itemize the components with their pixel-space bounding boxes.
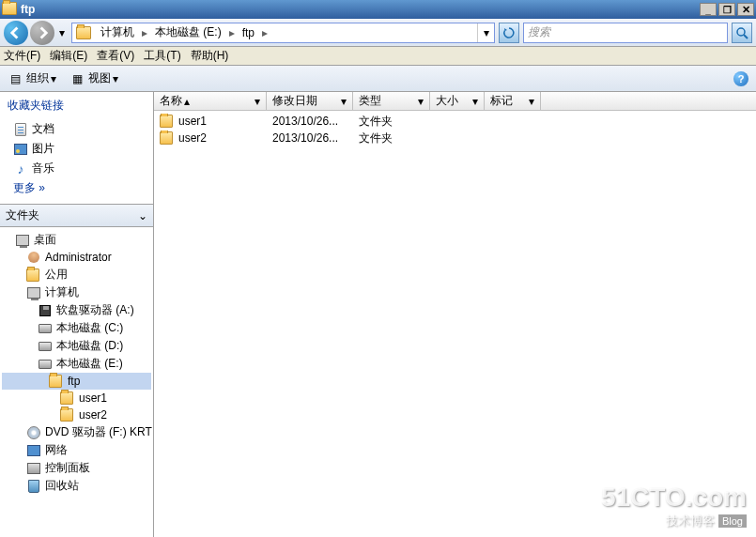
forward-button[interactable] <box>30 21 54 45</box>
tree-item[interactable]: ftp <box>2 373 151 390</box>
favorites-more[interactable]: 更多 » <box>8 178 146 198</box>
views-icon: ▦ <box>69 71 85 86</box>
tree-item[interactable]: 本地磁盘 (C:) <box>2 319 151 337</box>
tree-item[interactable]: Administrator <box>2 249 151 266</box>
folders-header[interactable]: 文件夹 ⌄ <box>0 204 153 227</box>
favorite-item[interactable]: 图片 <box>8 139 146 159</box>
sort-asc-icon: ▴ <box>184 95 190 108</box>
folder-tree: 桌面Administrator公用计算机软盘驱动器 (A:)本地磁盘 (C:)本… <box>0 227 153 537</box>
column-name[interactable]: 名称▴▾ <box>154 92 267 110</box>
breadcrumb-segment[interactable]: 计算机 <box>97 23 138 42</box>
breadcrumb-segment[interactable]: 本地磁盘 (E:) <box>151 23 225 42</box>
file-type: 文件夹 <box>353 114 430 130</box>
organize-icon: ▤ <box>8 71 23 86</box>
nav-history-dropdown[interactable]: ▾ <box>56 23 68 43</box>
maximize-button[interactable]: ❐ <box>718 3 735 16</box>
menu-tools[interactable]: 工具(T) <box>144 48 180 64</box>
tree-item[interactable]: 公用 <box>2 266 151 284</box>
control-panel-icon <box>26 461 41 476</box>
document-icon <box>13 122 28 137</box>
main-area: 收藏夹链接 文档图片♪音乐 更多 » 文件夹 ⌄ 桌面Administrator… <box>0 92 756 537</box>
menu-bar: 文件(F) 编辑(E) 查看(V) 工具(T) 帮助(H) <box>0 47 756 66</box>
refresh-button[interactable] <box>499 23 519 43</box>
chevron-down-icon[interactable]: ▾ <box>529 95 534 108</box>
favorite-label: 图片 <box>32 141 54 157</box>
title-bar: ftp _ ❐ ✕ <box>0 0 756 19</box>
chevron-down-icon[interactable]: ▾ <box>255 95 260 108</box>
file-row[interactable]: user12013/10/26...文件夹 <box>154 113 756 130</box>
app-icon <box>2 2 17 17</box>
tree-item[interactable]: 本地磁盘 (D:) <box>2 337 151 355</box>
menu-view[interactable]: 查看(V) <box>97 48 134 64</box>
column-size[interactable]: 大小▾ <box>430 92 485 110</box>
tree-label: 计算机 <box>45 284 79 300</box>
favorites-section: 收藏夹链接 文档图片♪音乐 更多 » <box>0 92 153 204</box>
computer-icon <box>26 285 41 300</box>
tree-item[interactable]: 回收站 <box>2 477 151 495</box>
tree-item[interactable]: 软盘驱动器 (A:) <box>2 301 151 319</box>
tree-label: 本地磁盘 (D:) <box>56 338 123 354</box>
drive-icon <box>38 357 53 372</box>
file-date: 2013/10/26... <box>267 131 353 145</box>
address-dropdown[interactable]: ▾ <box>477 23 494 42</box>
folder-icon <box>60 391 75 406</box>
chevron-down-icon[interactable]: ▾ <box>418 95 424 108</box>
column-tag[interactable]: 标记▾ <box>485 92 541 110</box>
menu-edit[interactable]: 编辑(E) <box>50 48 87 64</box>
back-button[interactable] <box>4 21 28 45</box>
file-type: 文件夹 <box>353 130 430 146</box>
tree-label: 软盘驱动器 (A:) <box>56 302 134 318</box>
column-headers: 名称▴▾ 修改日期▾ 类型▾ 大小▾ 标记▾ <box>154 92 756 111</box>
breadcrumb-sep[interactable]: ▸ <box>138 23 151 42</box>
address-bar[interactable]: 计算机 ▸ 本地磁盘 (E:) ▸ ftp ▸ ▾ <box>71 23 495 43</box>
menu-help[interactable]: 帮助(H) <box>191 48 229 64</box>
tree-label: 回收站 <box>45 478 79 494</box>
tree-item[interactable]: 控制面板 <box>2 459 151 477</box>
user-icon <box>26 250 41 265</box>
tree-label: 公用 <box>45 267 68 283</box>
tree-item[interactable]: 桌面 <box>2 231 151 249</box>
network-icon <box>26 443 41 458</box>
search-placeholder: 搜索 <box>528 24 550 40</box>
drive-icon <box>38 339 53 354</box>
breadcrumb-sep[interactable]: ▸ <box>225 23 239 42</box>
file-name: user1 <box>178 115 207 128</box>
favorite-label: 文档 <box>32 121 54 137</box>
folder-icon <box>160 130 175 146</box>
favorite-item[interactable]: 文档 <box>8 119 146 139</box>
favorites-header: 收藏夹链接 <box>8 98 146 114</box>
tree-item[interactable]: user1 <box>2 390 151 407</box>
tree-item[interactable]: user2 <box>2 407 151 423</box>
recycle-bin-icon <box>26 479 41 494</box>
search-button[interactable] <box>732 23 752 43</box>
chevron-down-icon[interactable]: ▾ <box>341 95 347 108</box>
tree-label: 网络 <box>45 442 68 458</box>
nav-bar: ▾ 计算机 ▸ 本地磁盘 (E:) ▸ ftp ▸ ▾ 搜索 <box>0 19 756 47</box>
left-panel: 收藏夹链接 文档图片♪音乐 更多 » 文件夹 ⌄ 桌面Administrator… <box>0 92 154 537</box>
tree-label: DVD 驱动器 (F:) KRT <box>45 424 152 440</box>
minimize-button[interactable]: _ <box>700 3 717 16</box>
organize-button[interactable]: ▤ 组织 ▾ <box>8 70 56 86</box>
folder-icon <box>160 114 175 129</box>
chevron-down-icon[interactable]: ▾ <box>472 95 478 108</box>
views-button[interactable]: ▦ 视图 ▾ <box>69 70 118 86</box>
folder-icon <box>49 374 64 389</box>
file-row[interactable]: user22013/10/26...文件夹 <box>154 130 756 146</box>
close-button[interactable]: ✕ <box>737 3 754 16</box>
menu-file[interactable]: 文件(F) <box>4 48 40 64</box>
favorite-item[interactable]: ♪音乐 <box>8 159 146 178</box>
column-type[interactable]: 类型▾ <box>353 92 430 110</box>
tree-item[interactable]: DVD 驱动器 (F:) KRT <box>2 423 151 441</box>
tree-item[interactable]: 网络 <box>2 441 151 459</box>
column-date[interactable]: 修改日期▾ <box>267 92 353 110</box>
chevron-down-icon: ⌄ <box>138 209 147 222</box>
breadcrumb-segment[interactable]: ftp <box>239 23 258 42</box>
breadcrumb-sep[interactable]: ▸ <box>258 23 271 42</box>
tree-item[interactable]: 计算机 <box>2 284 151 301</box>
help-button[interactable]: ? <box>733 71 748 86</box>
tree-item[interactable]: 本地磁盘 (E:) <box>2 355 151 373</box>
desktop-icon <box>15 233 30 248</box>
tree-label: 本地磁盘 (E:) <box>56 356 123 372</box>
music-icon: ♪ <box>13 161 28 176</box>
search-input[interactable]: 搜索 <box>523 23 728 43</box>
